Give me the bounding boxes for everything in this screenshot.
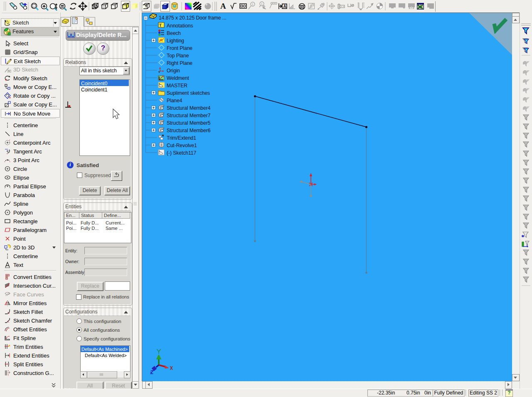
svg-text:14.875 x 20.125 Door frame ...: 14.875 x 20.125 Door frame ... — [159, 15, 227, 21]
svg-text:3D: 3D — [7, 69, 11, 73]
svg-text:Supliment sketches: Supliment sketches — [167, 90, 210, 96]
svg-text:Beech: Beech — [167, 30, 181, 36]
svg-text:Front Plane: Front Plane — [167, 45, 192, 51]
svg-text:MASTER: MASTER — [167, 83, 187, 89]
svg-text:1: 1 — [261, 2, 263, 6]
svg-text:Plane4: Plane4 — [167, 98, 182, 104]
svg-text:(-) Sketch117: (-) Sketch117 — [167, 150, 196, 156]
svg-text:Lighting: Lighting — [167, 38, 184, 44]
svg-text:Top Plane: Top Plane — [167, 53, 189, 59]
svg-text:Right Plane: Right Plane — [167, 60, 192, 66]
svg-text:Cut-Revolve1: Cut-Revolve1 — [167, 143, 197, 148]
svg-text:Annotations: Annotations — [167, 23, 193, 29]
svg-text:Structural Member4: Structural Member4 — [167, 105, 211, 111]
svg-text:Structural Member7: Structural Member7 — [167, 113, 211, 118]
svg-text:Structural Member5: Structural Member5 — [167, 120, 211, 126]
svg-text:1: 1 — [252, 2, 254, 6]
svg-text:A: A — [283, 4, 286, 9]
svg-text:AI: AI — [301, 6, 303, 9]
svg-text:Origin: Origin — [167, 68, 180, 74]
svg-text:Structural Member6: Structural Member6 — [167, 128, 211, 133]
svg-text:A: A — [220, 2, 226, 10]
svg-text:Weldment: Weldment — [167, 75, 189, 81]
svg-text:Trim/Extend1: Trim/Extend1 — [167, 135, 196, 141]
svg-text:T: T — [159, 23, 162, 27]
